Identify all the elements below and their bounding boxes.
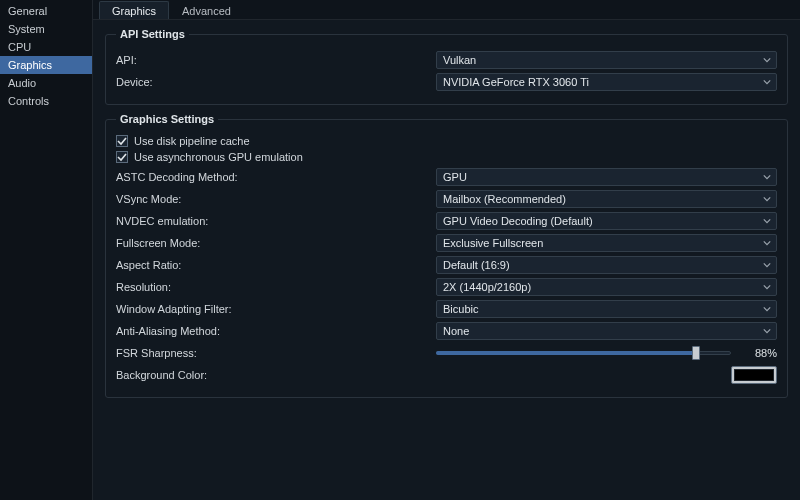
sidebar-item-graphics[interactable]: Graphics xyxy=(0,56,92,74)
fullscreen-select[interactable]: Exclusive Fullscreen xyxy=(436,234,777,252)
select-value: Mailbox (Recommended) xyxy=(443,193,566,205)
resolution-row: Resolution: 2X (1440p/2160p) xyxy=(116,277,777,297)
aspect-row: Aspect Ratio: Default (16:9) xyxy=(116,255,777,275)
chevron-down-icon xyxy=(762,282,772,292)
sidebar-item-label: CPU xyxy=(8,41,31,53)
astc-row: ASTC Decoding Method: GPU xyxy=(116,167,777,187)
chevron-down-icon xyxy=(762,304,772,314)
checkbox-label: Use disk pipeline cache xyxy=(134,135,250,147)
aspect-label: Aspect Ratio: xyxy=(116,259,436,271)
select-value: Bicubic xyxy=(443,303,478,315)
tab-label: Advanced xyxy=(182,5,231,17)
fullscreen-label: Fullscreen Mode: xyxy=(116,237,436,249)
anti-aliasing-label: Anti-Aliasing Method: xyxy=(116,325,436,337)
window-adapting-filter-label: Window Adapting Filter: xyxy=(116,303,436,315)
async-gpu-checkbox[interactable]: Use asynchronous GPU emulation xyxy=(116,151,777,163)
slider-thumb[interactable] xyxy=(692,346,700,360)
background-color-row: Background Color: xyxy=(116,365,777,385)
vsync-label: VSync Mode: xyxy=(116,193,436,205)
api-label: API: xyxy=(116,54,436,66)
select-value: NVIDIA GeForce RTX 3060 Ti xyxy=(443,76,589,88)
api-select[interactable]: Vulkan xyxy=(436,51,777,69)
device-row: Device: NVIDIA GeForce RTX 3060 Ti xyxy=(116,72,777,92)
api-settings-group: API Settings API: Vulkan Device: NVI xyxy=(105,28,788,105)
select-value: Exclusive Fullscreen xyxy=(443,237,543,249)
window-adapting-filter-row: Window Adapting Filter: Bicubic xyxy=(116,299,777,319)
select-value: Default (16:9) xyxy=(443,259,510,271)
anti-aliasing-select[interactable]: None xyxy=(436,322,777,340)
tab-bar: Graphics Advanced xyxy=(93,0,800,20)
chevron-down-icon xyxy=(762,260,772,270)
fsr-sharpness-label: FSR Sharpness: xyxy=(116,347,436,359)
chevron-down-icon xyxy=(762,172,772,182)
anti-aliasing-row: Anti-Aliasing Method: None xyxy=(116,321,777,341)
chevron-down-icon xyxy=(762,77,772,87)
sidebar-item-general[interactable]: General xyxy=(0,2,92,20)
slider-fill xyxy=(436,351,696,355)
api-row: API: Vulkan xyxy=(116,50,777,70)
select-value: 2X (1440p/2160p) xyxy=(443,281,531,293)
nvdec-select[interactable]: GPU Video Decoding (Default) xyxy=(436,212,777,230)
tab-graphics[interactable]: Graphics xyxy=(99,1,169,19)
disk-cache-checkbox[interactable]: Use disk pipeline cache xyxy=(116,135,777,147)
fsr-sharpness-row: FSR Sharpness: 88% xyxy=(116,343,777,363)
sidebar-item-label: General xyxy=(8,5,47,17)
select-value: GPU Video Decoding (Default) xyxy=(443,215,593,227)
chevron-down-icon xyxy=(762,194,772,204)
api-settings-legend: API Settings xyxy=(116,28,189,40)
checkbox-icon xyxy=(116,135,128,147)
sidebar-item-cpu[interactable]: CPU xyxy=(0,38,92,56)
checkbox-label: Use asynchronous GPU emulation xyxy=(134,151,303,163)
chevron-down-icon xyxy=(762,216,772,226)
vsync-select[interactable]: Mailbox (Recommended) xyxy=(436,190,777,208)
select-value: GPU xyxy=(443,171,467,183)
resolution-label: Resolution: xyxy=(116,281,436,293)
window-adapting-filter-select[interactable]: Bicubic xyxy=(436,300,777,318)
vsync-row: VSync Mode: Mailbox (Recommended) xyxy=(116,189,777,209)
chevron-down-icon xyxy=(762,55,772,65)
device-select[interactable]: NVIDIA GeForce RTX 3060 Ti xyxy=(436,73,777,91)
device-label: Device: xyxy=(116,76,436,88)
fsr-sharpness-value: 88% xyxy=(741,347,777,359)
tab-advanced[interactable]: Advanced xyxy=(169,1,244,19)
graphics-settings-legend: Graphics Settings xyxy=(116,113,218,125)
aspect-select[interactable]: Default (16:9) xyxy=(436,256,777,274)
background-color-picker[interactable] xyxy=(731,366,777,384)
settings-panel: API Settings API: Vulkan Device: NVI xyxy=(93,20,800,418)
sidebar-item-label: System xyxy=(8,23,45,35)
sidebar-item-label: Audio xyxy=(8,77,36,89)
fsr-sharpness-slider[interactable] xyxy=(436,346,731,360)
chevron-down-icon xyxy=(762,326,772,336)
astc-select[interactable]: GPU xyxy=(436,168,777,186)
nvdec-label: NVDEC emulation: xyxy=(116,215,436,227)
select-value: None xyxy=(443,325,469,337)
sidebar-item-controls[interactable]: Controls xyxy=(0,92,92,110)
resolution-select[interactable]: 2X (1440p/2160p) xyxy=(436,278,777,296)
background-color-label: Background Color: xyxy=(116,369,436,381)
checkbox-icon xyxy=(116,151,128,163)
sidebar-item-system[interactable]: System xyxy=(0,20,92,38)
sidebar: General System CPU Graphics Audio Contro… xyxy=(0,0,93,500)
fullscreen-row: Fullscreen Mode: Exclusive Fullscreen xyxy=(116,233,777,253)
select-value: Vulkan xyxy=(443,54,476,66)
sidebar-item-label: Controls xyxy=(8,95,49,107)
tab-label: Graphics xyxy=(112,5,156,17)
sidebar-item-audio[interactable]: Audio xyxy=(0,74,92,92)
sidebar-item-label: Graphics xyxy=(8,59,52,71)
nvdec-row: NVDEC emulation: GPU Video Decoding (Def… xyxy=(116,211,777,231)
app-root: General System CPU Graphics Audio Contro… xyxy=(0,0,800,500)
chevron-down-icon xyxy=(762,238,772,248)
color-swatch xyxy=(734,369,774,381)
astc-label: ASTC Decoding Method: xyxy=(116,171,436,183)
graphics-settings-group: Graphics Settings Use disk pipeline cach… xyxy=(105,113,788,398)
main-area: Graphics Advanced API Settings API: Vulk… xyxy=(93,0,800,500)
